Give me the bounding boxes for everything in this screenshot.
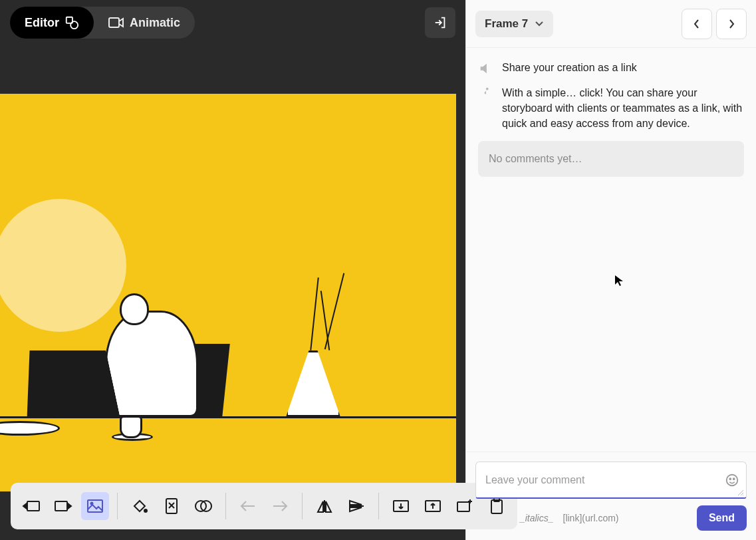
shapes-icon [64, 15, 79, 30]
speaker-icon [478, 61, 493, 76]
cursor-icon [614, 275, 624, 287]
illustration-laptop [13, 350, 120, 417]
illustration-moon [0, 199, 126, 332]
frame-canvas[interactable] [0, 94, 456, 491]
image-up-button[interactable] [419, 492, 447, 520]
camera-icon [108, 16, 124, 29]
toolbar-divider [302, 493, 303, 519]
next-frame-button[interactable] [716, 9, 747, 39]
chevron-left-icon [693, 19, 700, 29]
redo-button[interactable] [266, 492, 294, 520]
prev-frame-button[interactable] [682, 9, 712, 39]
illustration-cup [120, 416, 142, 438]
svg-point-1 [70, 21, 78, 29]
info-desc-row: With a simple… click! You can share your… [478, 85, 744, 132]
frame-nav [682, 9, 747, 39]
image-down-button[interactable] [387, 492, 415, 520]
image-add-button[interactable] [451, 492, 479, 520]
illustration-plate [0, 421, 60, 436]
svg-point-17 [727, 474, 738, 485]
svg-point-7 [144, 509, 147, 512]
editor-tab[interactable]: Editor [10, 7, 94, 39]
mode-toggle: Editor Animatic [10, 7, 195, 39]
svg-rect-2 [109, 18, 119, 27]
flip-horizontal-button[interactable] [311, 492, 338, 520]
insert-frame-left-button[interactable] [17, 492, 45, 520]
comments-empty: No comments yet… [478, 141, 744, 177]
animatic-tab-label: Animatic [130, 16, 180, 30]
running-icon [478, 86, 493, 101]
svg-rect-13 [457, 502, 469, 511]
info-title: Share your creation as a link [502, 60, 637, 75]
resize-grip-icon[interactable] [737, 489, 744, 496]
image-tool-button[interactable] [81, 492, 109, 520]
canvas-area [0, 45, 465, 540]
right-body: Share your creation as a link With a sim… [466, 48, 756, 452]
info-title-row: Share your creation as a link [478, 60, 744, 76]
emoji-icon [725, 473, 739, 487]
editor-tab-label: Editor [25, 16, 59, 30]
comments-spacer [478, 186, 744, 445]
svg-rect-4 [55, 501, 67, 511]
svg-point-16 [486, 88, 489, 90]
illustration-head [120, 293, 149, 325]
illustration-vase [286, 350, 340, 417]
svg-rect-5 [88, 500, 102, 512]
clear-tool-button[interactable] [158, 492, 186, 520]
svg-point-6 [91, 503, 93, 505]
frame-selector[interactable]: Frame 7 [475, 11, 553, 37]
undo-button[interactable] [234, 492, 262, 520]
svg-point-18 [729, 478, 731, 479]
exit-icon [433, 15, 447, 30]
bottom-toolbar [11, 483, 517, 529]
info-desc: With a simple… click! You can share your… [502, 85, 744, 132]
editor-topbar: Editor Animatic [0, 0, 465, 45]
animatic-tab[interactable]: Animatic [94, 7, 195, 39]
chevron-right-icon [728, 19, 735, 29]
send-button[interactable]: Send [697, 505, 747, 531]
blend-tool-button[interactable] [189, 492, 217, 520]
frame-label: Frame 7 [485, 17, 528, 31]
toolbar-divider [225, 493, 226, 519]
comment-input[interactable] [485, 474, 717, 486]
flip-vertical-button[interactable] [342, 492, 370, 520]
illustration-body [105, 311, 198, 417]
fill-tool-button[interactable] [126, 492, 154, 520]
illustration-table [0, 416, 456, 418]
svg-point-19 [733, 478, 735, 479]
toolbar-divider [378, 493, 379, 519]
toolbar-divider [117, 493, 118, 519]
hint-link: [link](url.com) [563, 513, 619, 523]
emoji-button[interactable] [725, 473, 739, 487]
svg-rect-3 [27, 501, 39, 511]
exit-button[interactable] [425, 7, 455, 38]
illustration-stems [307, 271, 354, 350]
right-header: Frame 7 [466, 0, 756, 48]
chevron-down-icon [535, 21, 544, 27]
comment-input-box [475, 462, 747, 499]
hint-italics: _italics_ [520, 513, 554, 523]
insert-frame-right-button[interactable] [49, 492, 77, 520]
